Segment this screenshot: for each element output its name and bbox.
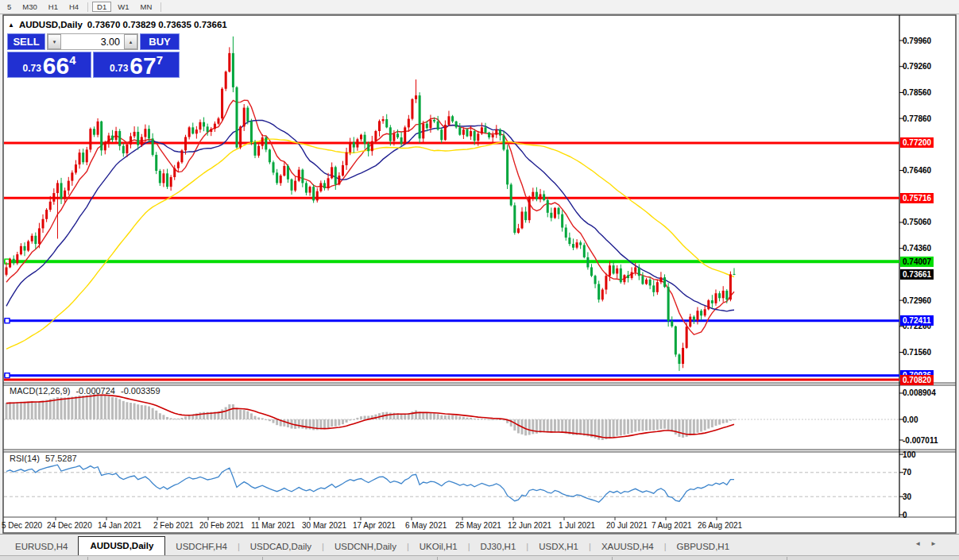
date-axis-label: 2 Feb 2021 [153,521,194,530]
date-axis-label: 12 Jun 2021 [508,521,551,530]
rsi-axis-label: 70 [903,467,911,477]
rsi-axis-label: 100 [903,450,916,460]
rsi-value: 57.5287 [45,454,77,463]
macd-axis-label: 0.00 [903,415,918,425]
hline-price-label: 0.77200 [900,137,934,148]
price-axis-label: 0.79260 [903,61,931,71]
chart-tab-dj30-h1[interactable]: DJ30,H1 [470,538,527,556]
date-axis-label: 24 Dec 2020 [47,521,92,530]
sell-price-prefix: 0.73 [22,63,41,74]
buy-price-big: 67 [130,56,156,76]
hline-price-label: 0.70820 [900,375,934,385]
price-axis-label: 0.76460 [903,165,931,176]
ohlc-values: 0.73670 0.73829 0.73635 0.73661 [87,20,227,29]
symbol-label: AUDUSD,Daily [19,20,83,29]
chart-tab-gbpusd-h1[interactable]: GBPUSD,H1 [667,538,740,556]
price-axis-label: 0.79960 [903,36,931,46]
collapse-triangle-icon[interactable]: ▲ [8,21,14,29]
sell-button[interactable]: SELL [7,33,45,50]
rsi-title: RSI(14) [10,454,40,463]
date-axis-label: 11 Mar 2021 [251,521,295,530]
sell-price-pip: 4 [69,53,75,67]
buy-quote-button[interactable]: 0.73 67 7 [93,52,180,78]
macd-value: -0.000724 [75,386,115,396]
rsi-axis-label: 0 [903,510,907,520]
statusbar-notch [87,557,88,560]
buy-button[interactable]: BUY [140,33,180,50]
one-click-trade-panel: SELL ▾ 3.00 ▴ BUY 0.73 66 4 0.73 67 7 [7,33,180,78]
hline-price-label: 0.74007 [900,257,934,267]
chart-tab-usdcnh-daily[interactable]: USDCNH,Daily [324,538,407,556]
rsi-axis-label: 30 [903,492,911,502]
sell-quote-button[interactable]: 0.73 66 4 [7,52,91,78]
tab-scroll-right-icon[interactable]: ► [930,540,937,547]
price-axis-label: 0.71560 [903,347,931,357]
buy-price-prefix: 0.73 [110,63,128,74]
macd-axis-label: -0.007011 [903,435,938,446]
macd-label: MACD(12,26,9) -0.000724 -0.003359 [10,386,160,396]
statusbar-notch [437,557,438,560]
chart-tab-eurusd-h4[interactable]: EURUSD,H4 [5,538,78,556]
date-axis-label: 26 Aug 2021 [698,521,742,530]
chart-tabbar: EURUSD,H4AUDUSD,DailyUSDCHF,H4|USDCAD,Da… [0,534,959,556]
chart-title: ▲ AUDUSD,Daily 0.73670 0.73829 0.73635 0… [8,20,227,29]
date-axis-label: 1 Jul 2021 [559,521,595,530]
date-axis-label: 5 Dec 2020 [2,521,42,530]
current-price-label: 0.73661 [900,269,934,280]
price-axis-label: 0.78560 [903,87,931,98]
volume-input[interactable]: 3.00 [61,34,124,49]
rsi-label: RSI(14) 57.5287 [10,454,77,463]
volume-down-button[interactable]: ▾ [48,34,61,49]
date-axis-label: 17 Apr 2021 [353,521,396,530]
status-bar [0,555,959,560]
date-axis-label: 25 May 2021 [455,521,501,530]
sell-price-big: 66 [43,56,69,76]
buy-price-pip: 7 [157,53,163,67]
chart-tab-xauusd-h4[interactable]: XAUUSD,H4 [591,538,664,556]
chart-tab-usdx-h1[interactable]: USDX,H1 [528,538,589,556]
date-axis-label: 7 Aug 2021 [652,521,692,530]
macd-signal-value: -0.003359 [121,386,160,396]
chart-canvas[interactable] [0,0,959,560]
price-axis-label: 0.72960 [903,295,931,306]
volume-spinner: ▾ 3.00 ▴ [47,33,138,50]
statusbar-notch [262,557,263,560]
date-axis-label: 14 Jan 2021 [98,521,141,530]
chart-tab-ukoil-h1[interactable]: UKOil,H1 [409,538,468,556]
statusbar-notch [612,557,613,560]
date-axis-label: 30 Mar 2021 [302,521,346,530]
tab-scroll-arrows: ◄ ► [915,540,937,547]
macd-axis-label: 0.008904 [903,388,936,398]
chart-tab-usdchf-h4[interactable]: USDCHF,H4 [165,538,238,556]
date-axis-label: 20 Feb 2021 [199,521,244,530]
statusbar-notch [787,557,787,560]
price-axis-label: 0.75060 [903,217,931,227]
volume-up-button[interactable]: ▴ [124,34,137,49]
date-axis-label: 6 May 2021 [405,521,447,530]
price-axis-label: 0.77860 [903,114,931,124]
macd-title: MACD(12,26,9) [10,386,70,396]
price-axis-label: 0.74360 [903,243,931,253]
hline-price-label: 0.72411 [900,315,934,326]
hline-price-label: 0.75716 [900,193,934,203]
date-axis-label: 20 Jul 2021 [606,521,648,530]
chart-tab-audusd-daily[interactable]: AUDUSD,Daily [78,536,165,556]
chart-tab-usdcad-daily[interactable]: USDCAD,Daily [240,538,322,556]
tab-scroll-left-icon[interactable]: ◄ [915,540,921,547]
